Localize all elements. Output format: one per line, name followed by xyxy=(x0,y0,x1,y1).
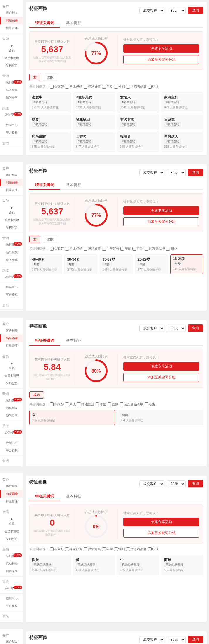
gender-btn-1[interactable]: 锁购 xyxy=(43,74,57,81)
sidebar-item[interactable]: 平台授权 xyxy=(0,291,23,299)
tag-card-1[interactable]: 30-34岁年龄3473 人具备该特征 xyxy=(64,254,97,274)
gender-btn-0[interactable]: 女 xyxy=(29,74,40,81)
sidebar-item[interactable]: 客户列表 xyxy=(0,171,23,179)
keyword-checkbox-item-0[interactable]: 买家好 xyxy=(50,84,64,89)
sidebar-item[interactable]: 平台授权 xyxy=(0,602,23,610)
tab-1[interactable]: 基本特征 xyxy=(60,18,87,28)
keyword-checkbox-item-4[interactable]: 年龄 xyxy=(120,247,131,251)
keyword-checkbox-6[interactable] xyxy=(148,85,152,89)
keyword-checkbox-item-1[interactable]: 片儿好好 xyxy=(65,247,82,251)
period-select[interactable]: 30天 xyxy=(167,636,186,643)
tab-1[interactable]: 基本特征 xyxy=(60,181,87,190)
sidebar-item[interactable]: 控制中心 xyxy=(0,283,23,291)
keyword-checkbox-item-3[interactable]: 年龄 xyxy=(102,547,113,551)
sidebar-item[interactable]: ●会员 xyxy=(0,359,23,372)
keyword-checkbox-item-4[interactable]: 性别 xyxy=(114,84,125,89)
sidebar-item[interactable]: 群组管理 xyxy=(0,342,23,350)
keyword-checkbox-1[interactable] xyxy=(65,85,69,89)
tag-card-4[interactable]: 18-24岁年龄711 人具备该特征 xyxy=(170,254,203,274)
keyword-checkbox-2[interactable] xyxy=(84,85,87,89)
sidebar-item[interactable]: 客户列表 xyxy=(0,327,23,334)
sidebar-item[interactable]: 店铺号管理NEW xyxy=(0,584,23,592)
keyword-checkbox-2[interactable] xyxy=(77,402,81,406)
type-select[interactable]: 成交客户 xyxy=(139,636,164,643)
sidebar-item[interactable]: 活动列表 xyxy=(0,249,23,256)
sidebar-item[interactable]: VIP设置 xyxy=(0,224,23,232)
sidebar-item[interactable]: 控制中心 xyxy=(0,439,23,447)
tag-card-3[interactable]: 家有主妇#萌精选转962 人具备该特征 xyxy=(162,92,203,112)
query-button[interactable]: 查询 xyxy=(188,636,203,643)
tag-card-3[interactable]: 商层已选总结果筛4 人具备该特征 xyxy=(162,555,203,575)
tag-card-2[interactable]: 爱包人#萌精选转3041 人具备该特征 xyxy=(118,92,159,112)
create-activity-button[interactable]: 创建专享活动 xyxy=(123,44,199,53)
sidebar-item[interactable]: 我的专享 xyxy=(0,256,23,264)
keyword-checkbox-5[interactable] xyxy=(132,247,136,251)
keyword-checkbox-4[interactable] xyxy=(114,547,118,551)
keyword-checkbox-5[interactable] xyxy=(126,85,130,89)
sidebar-item[interactable]: 控制中心 xyxy=(0,121,23,129)
keyword-checkbox-item-0[interactable]: 买家好 xyxy=(50,547,64,551)
sidebar-item[interactable]: 店铺号管理NEW xyxy=(0,429,23,436)
sidebar-item[interactable]: VIP设置 xyxy=(0,535,23,543)
sidebar-item[interactable]: 法列优惠NEW xyxy=(0,79,23,86)
tag-card-11[interactable]: 享对达人#萌精选转328 人具备该特征 xyxy=(162,132,203,152)
sidebar-item[interactable]: 活动列表 xyxy=(0,86,23,94)
tag-card-9[interactable]: 买鞋控#萌精选转647 人具备该特征 xyxy=(73,132,115,152)
tag-card-10[interactable]: 投资者#萌精选转388 人具备该特征 xyxy=(118,132,159,152)
period-select[interactable]: 30天 xyxy=(167,169,186,176)
sidebar-item[interactable]: 特征画像 xyxy=(0,334,23,342)
tag-card-8[interactable]: 时尚翻转#萌精选转675 人具备该特征 xyxy=(29,132,71,152)
tag-card-5[interactable]: 笑薰赋业#萌精选转 xyxy=(73,115,115,129)
period-select[interactable]: 30天 xyxy=(167,7,186,14)
gender-btn-0[interactable]: 女 xyxy=(29,236,40,243)
tag-card-4[interactable]: 吃货#萌精选转 xyxy=(29,115,71,129)
keyword-checkbox-item-0[interactable]: 买家好 xyxy=(50,402,64,407)
sidebar-item[interactable]: 平台授权 xyxy=(0,447,23,454)
keyword-checkbox-6[interactable] xyxy=(148,547,152,551)
keyword-checkbox-item-3[interactable]: 年龄 xyxy=(102,84,113,89)
keyword-checkbox-item-6[interactable]: 职业 xyxy=(145,402,155,407)
tag-card-2[interactable]: 35-39岁年龄1474 人具备该特征 xyxy=(100,254,132,274)
type-select[interactable]: 成交客户 xyxy=(139,480,164,487)
keyword-checkbox-item-5[interactable]: 运态者品牌取 xyxy=(120,402,143,407)
keyword-checkbox-3[interactable] xyxy=(96,402,99,406)
sidebar-item[interactable]: 会员卡管理 xyxy=(0,528,23,535)
sidebar-item[interactable]: 我的专享 xyxy=(0,412,23,419)
keyword-checkbox-item-4[interactable]: 性别 xyxy=(114,547,125,551)
add-keyword-group-button[interactable]: 添加至关键词分组 xyxy=(123,529,199,538)
keyword-checkbox-1[interactable] xyxy=(65,247,69,251)
create-activity-button[interactable]: 创建专享活动 xyxy=(123,206,199,215)
tag-card-0[interactable]: 固拉已选总结果筛5689 人具备该特征 xyxy=(29,555,71,575)
create-activity-button[interactable]: 创建专享活动 xyxy=(123,362,199,371)
period-select[interactable]: 30天 xyxy=(167,325,186,332)
keyword-checkbox-item-2[interactable]: 描述好笑 xyxy=(84,84,101,89)
add-keyword-group-button[interactable]: 添加至关键词分组 xyxy=(123,217,199,226)
tag-card-6[interactable]: 有买有卖#萌精选转 xyxy=(118,115,159,129)
sidebar-item[interactable]: 法列优惠NEW xyxy=(0,241,23,249)
tag-card-7[interactable]: 日系党#萌精选转 xyxy=(162,115,203,129)
keyword-checkbox-2[interactable] xyxy=(84,547,87,551)
tab-0[interactable]: 特征关键词 xyxy=(29,492,60,501)
keyword-checkbox-3[interactable] xyxy=(102,247,106,251)
tag-card-1[interactable]: 锁购804 人具备该特征 xyxy=(118,410,203,425)
keyword-checkbox-item-5[interactable]: 性别 xyxy=(132,247,143,251)
sidebar-item[interactable]: 客户列表 xyxy=(0,9,23,17)
keyword-checkbox-0[interactable] xyxy=(50,547,54,551)
keyword-checkbox-1[interactable] xyxy=(65,547,69,551)
sidebar-item[interactable]: 法列优惠NEW xyxy=(0,552,23,560)
keyword-checkbox-item-3[interactable]: 生年好号 xyxy=(102,247,119,251)
sidebar-item[interactable]: 控制中心 xyxy=(0,595,23,602)
sidebar-item[interactable]: 法列优惠NEW xyxy=(0,397,23,404)
keyword-checkbox-7[interactable] xyxy=(166,247,170,251)
period-select[interactable]: 30天 xyxy=(167,480,186,487)
sidebar-item[interactable]: 客户列表 xyxy=(0,482,23,490)
query-button[interactable]: 查询 xyxy=(188,480,203,487)
sidebar-item[interactable]: 特征画像 xyxy=(0,17,23,24)
keyword-checkbox-2[interactable] xyxy=(84,247,87,251)
sidebar-item[interactable]: 客户列表 xyxy=(0,638,23,644)
type-select[interactable]: 成交客户 xyxy=(139,169,164,176)
keyword-checkbox-5[interactable] xyxy=(126,547,130,551)
sidebar-item[interactable]: ●会员 xyxy=(0,203,23,216)
sidebar-item[interactable]: 店铺号管理NEW xyxy=(0,111,23,119)
sidebar-item[interactable]: ●会员 xyxy=(0,515,23,528)
